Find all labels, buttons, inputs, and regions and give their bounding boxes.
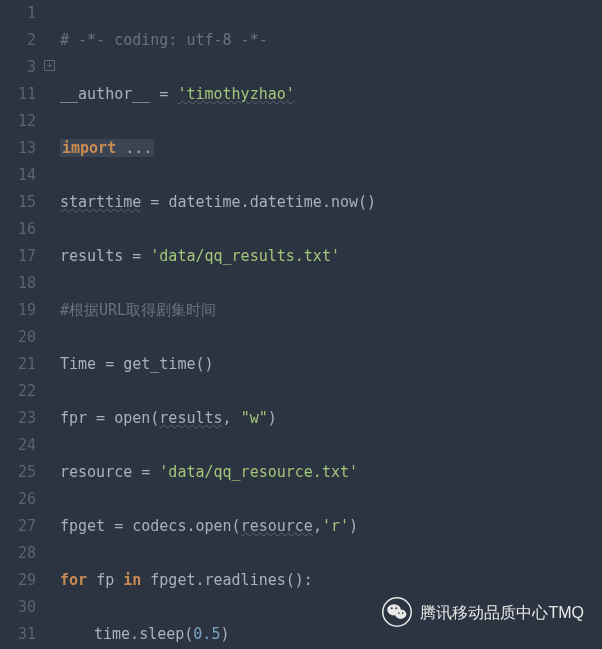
- code-line[interactable]: results = 'data/qq_results.txt': [60, 243, 602, 270]
- line-number-gutter: 1 2 3 11 12 13 14 15 16 17 18 19 20 21 2…: [0, 0, 44, 649]
- line-number: 13: [0, 135, 36, 162]
- line-number: 2: [0, 27, 36, 54]
- code-line[interactable]: fpget = codecs.open(resource,'r'): [60, 513, 602, 540]
- line-number: 15: [0, 189, 36, 216]
- line-number: 27: [0, 513, 36, 540]
- code-line[interactable]: #根据URL取得剧集时间: [60, 297, 602, 324]
- line-number: 1: [0, 0, 36, 27]
- line-number: 12: [0, 108, 36, 135]
- line-number: 22: [0, 378, 36, 405]
- line-number: 16: [0, 216, 36, 243]
- line-number: 24: [0, 432, 36, 459]
- line-number: 11: [0, 81, 36, 108]
- line-number: 25: [0, 459, 36, 486]
- fold-expand-icon[interactable]: +: [44, 60, 55, 71]
- line-number: 31: [0, 621, 36, 648]
- code-line[interactable]: time.sleep(0.5): [60, 621, 602, 648]
- line-number: 23: [0, 405, 36, 432]
- code-line[interactable]: fpr = open(results, "w"): [60, 405, 602, 432]
- code-area[interactable]: # -*- coding: utf-8 -*- __author__ = 'ti…: [58, 0, 602, 649]
- line-number: 14: [0, 162, 36, 189]
- code-line[interactable]: starttime = datetime.datetime.now(): [60, 189, 602, 216]
- code-line[interactable]: # -*- coding: utf-8 -*-: [60, 27, 602, 54]
- code-editor[interactable]: 1 2 3 11 12 13 14 15 16 17 18 19 20 21 2…: [0, 0, 602, 649]
- line-number: 3: [0, 54, 36, 81]
- line-number: 17: [0, 243, 36, 270]
- code-line[interactable]: Time = get_time(): [60, 351, 602, 378]
- line-number: 26: [0, 486, 36, 513]
- line-number: 20: [0, 324, 36, 351]
- code-line[interactable]: resource = 'data/qq_resource.txt': [60, 459, 602, 486]
- line-number: 18: [0, 270, 36, 297]
- line-number: 21: [0, 351, 36, 378]
- line-number: 19: [0, 297, 36, 324]
- code-line[interactable]: __author__ = 'timothyzhao': [60, 81, 602, 108]
- line-number: 29: [0, 567, 36, 594]
- line-number: 28: [0, 540, 36, 567]
- code-line[interactable]: for fp in fpget.readlines():: [60, 567, 602, 594]
- code-line[interactable]: import ...: [60, 135, 602, 162]
- line-number: 30: [0, 594, 36, 621]
- fold-column: +: [44, 0, 58, 649]
